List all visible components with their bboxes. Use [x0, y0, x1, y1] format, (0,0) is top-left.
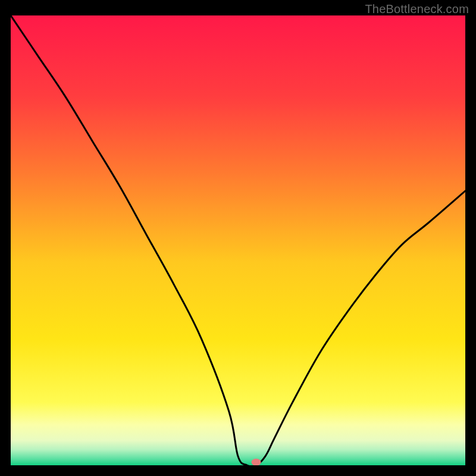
bottleneck-chart [11, 15, 465, 465]
watermark-text: TheBottleneck.com [365, 2, 469, 16]
gradient-background [11, 15, 465, 465]
chart-frame: TheBottleneck.com [0, 0, 476, 476]
plot-area [11, 15, 465, 465]
